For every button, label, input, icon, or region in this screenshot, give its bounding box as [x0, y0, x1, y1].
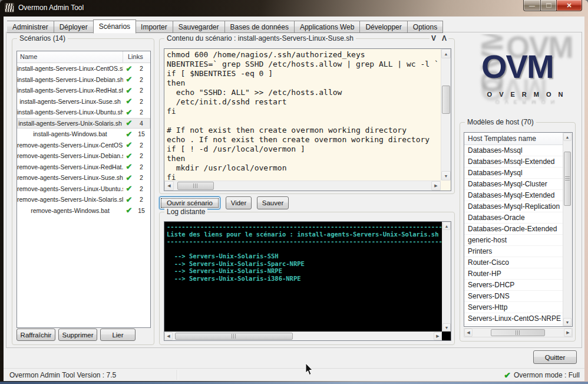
tab[interactable]: Déployer [54, 21, 94, 33]
list-item[interactable]: Servers-Http [464, 302, 563, 313]
tab[interactable]: Sauvegarder [173, 21, 225, 33]
scroll-left-icon[interactable]: ◀ [164, 332, 173, 340]
list-item[interactable]: Databases-Mysql-Cluster [464, 179, 563, 190]
templates-hscroll-thumb[interactable] [491, 329, 545, 336]
list-item[interactable]: Databases-Mysql [464, 168, 563, 179]
host-templates-title: Modèles de host (70) [465, 118, 536, 126]
log-hscroll-thumb[interactable] [175, 333, 293, 340]
templates-horizontal-scrollbar[interactable]: ◀ ▶ [464, 328, 573, 337]
table-row[interactable]: remove-agents-Servers-Linux-Suse.sh ✔ 2 [17, 172, 150, 183]
clear-button[interactable]: Vider [226, 196, 252, 209]
scenario-links-count: 2 [135, 76, 150, 83]
templates-vscroll-thumb[interactable] [564, 152, 571, 206]
host-templates-header[interactable]: Host Templates name [464, 133, 563, 145]
check-icon: ✔ [123, 86, 135, 95]
tab[interactable]: Bases de données [225, 21, 295, 33]
tab[interactable]: Développer [360, 21, 407, 33]
window-controls: — ✕ [523, 0, 582, 11]
list-item[interactable]: Databases-Mysql-Extended [464, 190, 563, 201]
log-horizontal-scrollbar[interactable]: ◀ ▶ [164, 332, 442, 340]
scroll-up-icon[interactable]: ▲ [441, 49, 451, 58]
list-item[interactable]: Servers-Linux-CentOS-NRPE [464, 313, 563, 324]
table-row[interactable]: install-agents-Servers-Linux-RedHat.sh ✔… [17, 85, 150, 96]
scroll-left-icon[interactable]: ◀ [164, 181, 174, 191]
check-icon: ✔ [123, 130, 135, 139]
table-row[interactable]: install-agents-Servers-Linux-CentOS.sh ✔… [17, 63, 150, 74]
scenario-code-editor[interactable]: chmod 600 /home/nagios/.ssh/authorized_k… [164, 48, 451, 191]
scroll-right-icon[interactable]: ▶ [564, 329, 572, 337]
remote-log-terminal[interactable]: ----------------------------------------… [164, 221, 451, 341]
title-bar[interactable]: Overmon Admin Tool — ✕ [0, 0, 588, 17]
list-item[interactable]: Servers-DHCP [464, 280, 563, 291]
app-window: Overmon Admin Tool — ✕ Administrer Déplo… [0, 0, 588, 384]
logo-text: OVM [481, 47, 553, 86]
scenario-links-count: 2 [135, 174, 150, 181]
maximize-icon [546, 3, 551, 8]
scroll-up-icon[interactable]: ▲ [442, 222, 451, 230]
table-row[interactable]: install-agents-Windows.bat ✔ 15 [17, 129, 150, 140]
table-row[interactable]: remove-agents-Servers-Linux-CentOS.sh ✔ … [17, 140, 150, 151]
list-item[interactable]: Router-Cisco [464, 257, 563, 268]
tab[interactable]: Importer [136, 21, 173, 33]
table-row[interactable]: install-agents-Servers-Linux-Debian.sh ✔… [17, 74, 150, 86]
logo-subtext: OVERMON [478, 91, 572, 98]
scenario-links-count: 2 [135, 109, 150, 116]
templates-vertical-scrollbar[interactable]: ▲ ▼ [563, 133, 572, 326]
table-row[interactable]: remove-agents-Servers-Linux-Debian.sh ✔ … [17, 150, 150, 162]
remote-log-text[interactable]: ----------------------------------------… [164, 222, 442, 332]
list-item[interactable]: Databases-Mssql [464, 145, 563, 156]
scroll-right-icon[interactable]: ▶ [434, 332, 442, 340]
maximize-button[interactable] [540, 0, 557, 11]
list-item[interactable]: Databases-Oracle [464, 212, 563, 224]
refresh-button[interactable]: Raffraîchir [16, 329, 55, 341]
table-row[interactable]: remove-agents-Windows.bat ✔ 15 [17, 205, 150, 216]
column-header-links[interactable]: Links [123, 51, 150, 63]
table-row[interactable]: install-agents-Servers-Unix-Solaris.sh ✔… [17, 118, 150, 129]
scenario-name: install-agents-Servers-Unix-Solaris.sh [17, 120, 123, 127]
code-hscroll-thumb[interactable] [177, 182, 214, 190]
list-item[interactable]: Databases-Oracle-Extended [464, 224, 563, 235]
table-row[interactable]: remove-agents-Servers-Linux-Ubuntu.sh ✔ … [17, 183, 150, 195]
table-row[interactable]: remove-agents-Servers-Linux-RedHat.sh ✔ … [17, 162, 150, 173]
quit-button[interactable]: Quitter [533, 350, 577, 364]
tab[interactable]: Administrer [7, 21, 54, 33]
scenario-name: install-agents-Servers-Linux-Ubuntu.sh [17, 109, 123, 116]
log-vertical-scrollbar[interactable]: ▲ ▼ [442, 222, 451, 332]
expand-up-icon[interactable]: Λ [442, 34, 447, 42]
scroll-up-icon[interactable]: ▲ [563, 133, 572, 141]
scenario-name: remove-agents-Servers-Linux-RedHat.sh [17, 163, 123, 170]
scroll-down-icon[interactable]: ▼ [442, 323, 451, 332]
scenario-content-group: Contenu du scénario : install-agents-Ser… [159, 38, 455, 194]
list-item[interactable]: Router-HP [464, 268, 563, 280]
code-vscroll-thumb[interactable] [442, 86, 450, 114]
scenario-links-count: 15 [135, 130, 150, 137]
close-button[interactable]: ✕ [556, 0, 582, 11]
collapse-down-icon[interactable]: V [431, 34, 436, 42]
list-item[interactable]: Databases-Mysql-Replication [464, 201, 563, 212]
minimize-button[interactable]: — [523, 0, 541, 11]
delete-button[interactable]: Supprimer [58, 329, 97, 341]
table-row[interactable]: install-agents-Servers-Linux-Suse.sh ✔ 2 [17, 96, 150, 107]
code-vertical-scrollbar[interactable]: ▲ ▼ [441, 49, 451, 180]
list-item[interactable]: Servers-DNS [464, 291, 563, 302]
scenario-code-text[interactable]: chmod 600 /home/nagios/.ssh/authorized_k… [164, 49, 441, 180]
column-header-name[interactable]: Name [17, 51, 123, 63]
table-row[interactable]: install-agents-Servers-Linux-Ubuntu.sh ✔… [17, 107, 150, 118]
tab[interactable]: Options [408, 21, 443, 33]
scroll-right-icon[interactable]: ▶ [431, 181, 441, 191]
list-item[interactable]: Databases-Mssql-Extended [464, 156, 563, 168]
list-item[interactable]: generic-host [464, 235, 563, 246]
tab[interactable]: Applications Web [295, 21, 361, 33]
table-row[interactable]: remove-agents-Servers-Unix-Solaris.sh ✔ … [17, 194, 150, 205]
scenario-links-count: 2 [135, 152, 150, 159]
scroll-down-icon[interactable]: ▼ [441, 171, 451, 180]
link-button[interactable]: Lier [100, 329, 136, 341]
code-horizontal-scrollbar[interactable]: ◀ ▶ [164, 180, 441, 191]
check-icon: ✔ [123, 195, 135, 204]
save-button[interactable]: Sauver [257, 196, 289, 209]
scroll-down-icon[interactable]: ▼ [563, 318, 572, 326]
scenarios-buttons: Raffraîchir Supprimer Lier [16, 329, 136, 341]
scroll-left-icon[interactable]: ◀ [464, 329, 473, 337]
tab[interactable]: Scénarios [93, 19, 136, 34]
list-item[interactable]: Printers [464, 246, 563, 257]
